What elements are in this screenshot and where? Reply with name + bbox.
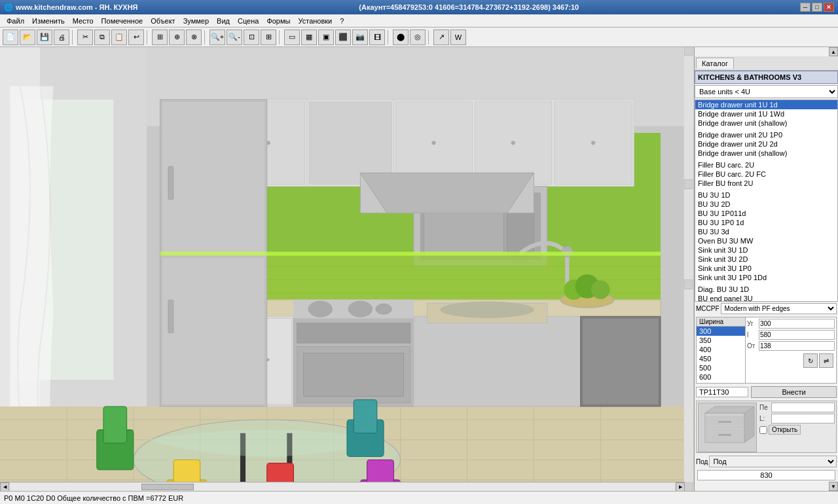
list-item-2[interactable]: Bridge drawer unit (shallow) (695, 118, 837, 128)
3d-viewport[interactable] (0, 47, 694, 491)
svg-rect-86 (160, 252, 661, 256)
extra-btn-2[interactable]: W (450, 29, 466, 45)
menu-item-место[interactable]: Место (69, 16, 98, 26)
zoom-fit-button[interactable]: ⊡ (244, 29, 259, 45)
svg-point-51 (308, 301, 333, 317)
size-item-350[interactable]: 350 (697, 336, 745, 345)
dim-flip-btn[interactable]: ⇌ (819, 353, 833, 368)
tool-3[interactable]: ⊗ (186, 29, 202, 45)
list-item-24[interactable]: BU end panel 3U (695, 294, 837, 302)
view-btn-6[interactable]: 🎞 (369, 29, 385, 45)
catalog-item-list[interactable]: Bridge drawer unit 1U 1dBridge drawer un… (695, 99, 838, 302)
list-item-19[interactable]: Sink unit 3U 2D (695, 255, 837, 264)
pe-input[interactable] (771, 403, 835, 412)
svg-rect-96 (718, 434, 731, 436)
menu-item-изменить[interactable]: Изменить (28, 16, 69, 26)
list-item-6[interactable]: Bridge drawer unit (shallow) (695, 149, 837, 158)
dim-controls: ↻ ⇌ (747, 352, 835, 369)
dim-ot-input[interactable] (759, 341, 835, 351)
list-item-16[interactable]: BU 3U 3d (695, 227, 837, 236)
view-btn-5[interactable]: 📷 (352, 29, 368, 45)
status-text: P0 M0 1C20 D0 Общее количество с ПВМ =67… (4, 494, 183, 502)
save-button[interactable]: 💾 (37, 29, 52, 45)
svg-rect-91 (685, 482, 693, 491)
maximize-button[interactable]: □ (812, 3, 822, 12)
menu-item-зуммер[interactable]: Зуммер (179, 16, 213, 26)
scroll-right-btn[interactable] (676, 482, 685, 492)
code-input[interactable] (696, 387, 748, 397)
size-item-300[interactable]: 300 (697, 327, 745, 336)
insert-button[interactable]: Внести (751, 386, 837, 398)
svg-rect-89 (685, 179, 693, 189)
h-scroll-thumb[interactable] (141, 484, 194, 490)
new-button[interactable]: 📄 (3, 29, 18, 45)
paste-button[interactable]: 📋 (111, 29, 127, 45)
close-button[interactable]: ✕ (824, 3, 834, 12)
menu-item-?[interactable]: ? (336, 16, 348, 26)
size-list[interactable]: Ширина 300 350 400 450 500 600 (697, 317, 746, 383)
list-item-20[interactable]: Sink unit 3U 1P0 (695, 264, 837, 273)
view-btn-2[interactable]: ▦ (301, 29, 317, 45)
tool-2[interactable]: ⊕ (169, 29, 185, 45)
nav-btn-2[interactable]: ◎ (410, 29, 426, 45)
list-item-8[interactable]: Filler BU carc. 2U (695, 160, 837, 170)
window-title: www.kitchendraw.com - ЯН. КУХНЯ (16, 3, 138, 11)
undo-button[interactable]: ↩ (128, 29, 144, 45)
view-btn-4[interactable]: ⬛ (335, 29, 351, 45)
menu-item-объект[interactable]: Объект (147, 16, 179, 26)
list-item-18[interactable]: Sink unit 3U 1D (695, 245, 837, 255)
list-item-21[interactable]: Sink unit 3U 1P0 1Dd (695, 273, 837, 282)
list-item-15[interactable]: BU 3U 1P0 1d (695, 218, 837, 227)
dim-ug-input[interactable] (759, 319, 835, 329)
zoom-sel-button[interactable]: ⊞ (261, 29, 276, 45)
panel-scroll-up[interactable]: ▲ (829, 47, 838, 56)
size-item-500[interactable]: 500 (697, 363, 745, 372)
menu-item-файл[interactable]: Файл (3, 16, 28, 26)
list-item-23[interactable]: Diag. BU 3U 1D (695, 285, 837, 294)
scroll-left-btn[interactable] (0, 482, 9, 492)
list-item-14[interactable]: BU 3U 1P011d (695, 209, 837, 218)
list-item-9[interactable]: Filler BU carc. 2U FC (695, 170, 837, 179)
list-item-10[interactable]: Filler BU front 2U (695, 179, 837, 188)
svg-point-31 (431, 141, 435, 145)
open-button[interactable]: Открыть (769, 425, 801, 435)
horizontal-scrollbar[interactable] (0, 482, 685, 491)
copy-button[interactable]: ⧉ (94, 29, 110, 45)
size-item-400[interactable]: 400 (697, 345, 745, 354)
menu-item-вид[interactable]: Вид (213, 16, 234, 26)
tool-1[interactable]: ⊞ (152, 29, 168, 45)
list-item-4[interactable]: Bridge drawer unit 2U 1P0 (695, 130, 837, 139)
filter-dropdown[interactable]: Base units < 4U (695, 85, 838, 98)
cut-button[interactable]: ✂ (77, 29, 93, 45)
extra-btn-1[interactable]: ↗ (433, 29, 449, 45)
list-item-5[interactable]: Bridge drawer unit 2U 2d (695, 139, 837, 149)
panel-scroll-down[interactable]: ▼ (829, 482, 838, 491)
menu-item-сцена[interactable]: Сцена (234, 16, 263, 26)
under-dropdown[interactable]: Под (709, 456, 837, 467)
size-item-450[interactable]: 450 (697, 354, 745, 363)
menu-item-помеченное[interactable]: Помеченное (98, 16, 147, 26)
list-item-12[interactable]: BU 3U 1D (695, 190, 837, 200)
list-item-13[interactable]: BU 3U 2D (695, 200, 837, 209)
menu-item-установки[interactable]: Установки (294, 16, 336, 26)
size-item-600[interactable]: 600 (697, 372, 745, 382)
list-item-0[interactable]: Bridge drawer unit 1U 1d (695, 100, 837, 109)
print-button[interactable]: 🖨 (54, 29, 69, 45)
open-button[interactable]: 📂 (20, 29, 35, 45)
l-input[interactable] (771, 414, 835, 423)
zoom-in-button[interactable]: 🔍+ (210, 29, 225, 45)
view-btn-1[interactable]: ▭ (284, 29, 300, 45)
nav-btn-1[interactable]: ⬤ (393, 29, 409, 45)
list-item-17[interactable]: Oven BU 3U MW (695, 236, 837, 245)
dim-rotate-btn[interactable]: ↻ (803, 353, 818, 368)
catalog-tab[interactable]: Каталог (696, 58, 734, 69)
statusbar: P0 M0 1C20 D0 Общее количество с ПВМ =67… (0, 491, 838, 504)
view-btn-3[interactable]: ▣ (318, 29, 334, 45)
menu-item-формы[interactable]: Формы (263, 16, 294, 26)
open-checkbox[interactable] (759, 426, 767, 434)
style-dropdown[interactable]: Modern with PF edges (721, 303, 837, 314)
zoom-out-button[interactable]: 🔍- (227, 29, 242, 45)
list-item-1[interactable]: Bridge drawer unit 1U 1Wd (695, 109, 837, 118)
dim-l-input[interactable] (759, 330, 835, 340)
minimize-button[interactable]: ─ (800, 3, 811, 12)
